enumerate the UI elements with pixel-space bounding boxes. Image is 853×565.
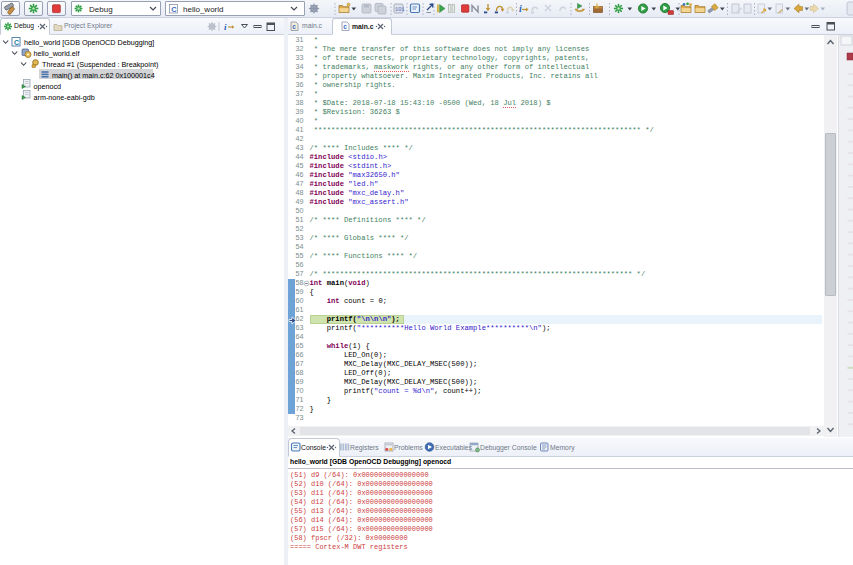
- svg-text:c: c: [343, 23, 347, 30]
- svg-text:C: C: [171, 5, 177, 14]
- svg-text:C: C: [14, 39, 19, 46]
- svg-text:i: i: [224, 22, 227, 32]
- svg-text:c: c: [292, 23, 296, 30]
